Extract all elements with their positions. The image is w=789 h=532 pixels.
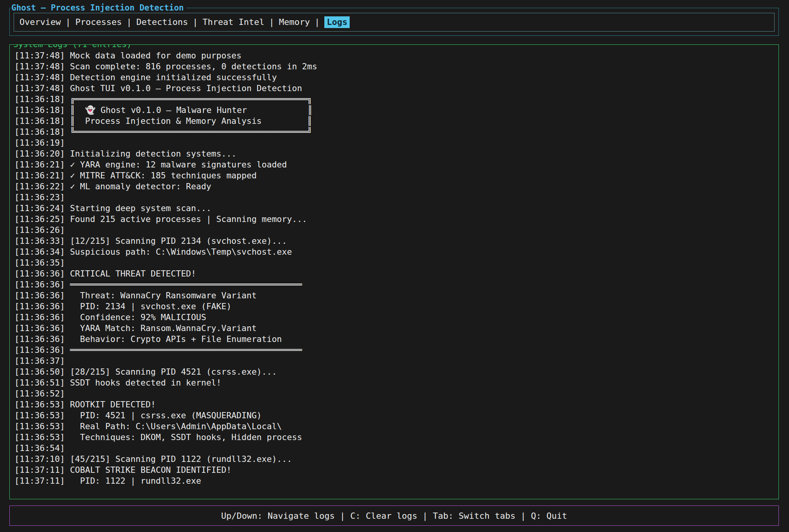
log-line: [11:36:18] ╚════════════════════════════… [14, 127, 775, 137]
tab-memory[interactable]: Memory [279, 16, 310, 28]
log-message: Detection engine initialized successfull… [65, 72, 277, 82]
log-timestamp: [11:36:18] [14, 116, 65, 126]
log-message [65, 443, 70, 453]
tab-separator: | [61, 16, 75, 28]
log-message: PID: 2134 | svchost.exe (FAKE) [65, 301, 231, 311]
log-line: [11:36:36] CRITICAL THREAT DETECTED! [14, 268, 775, 279]
log-line: [11:36:18] ║ Process Injection & Memory … [14, 116, 775, 127]
log-line: [11:36:36] ═════════════════════════════… [14, 345, 775, 356]
log-timestamp: [11:36:51] [14, 378, 65, 388]
log-timestamp: [11:36:18] [14, 105, 65, 115]
log-line: [11:37:11] COBALT STRIKE BEACON IDENTIFI… [14, 465, 775, 476]
log-message [65, 389, 70, 398]
log-message: PID: 4521 | csrss.exe (MASQUERADING) [65, 410, 262, 420]
log-line: [11:37:11] PID: 1122 | rundll32.exe [14, 476, 775, 486]
log-timestamp: [11:37:48] [14, 51, 65, 60]
log-line: [11:36:36] ═════════════════════════════… [14, 279, 775, 290]
log-line: [11:37:48] Ghost TUI v0.1.0 — Process In… [14, 83, 775, 94]
log-timestamp: [11:36:25] [14, 214, 65, 224]
log-message: ════════════════════════════════════════… [65, 280, 302, 289]
log-line: [11:36:22] ✓ ML anomaly detector: Ready [14, 181, 775, 192]
tab-separator: | [188, 16, 202, 28]
log-timestamp: [11:36:53] [14, 400, 65, 409]
log-line: [11:36:51] SSDT hooks detected in kernel… [14, 377, 775, 388]
log-message: ║ Process Injection & Memory Analysis ║ [65, 116, 312, 126]
log-message: CRITICAL THREAT DETECTED! [65, 269, 196, 278]
log-timestamp: [11:36:37] [14, 356, 65, 366]
log-message: Behavior: Crypto APIs + File Enumeration [65, 334, 282, 344]
log-line: [11:36:36] Confidence: 92% MALICIOUS [14, 312, 775, 323]
log-message: SSDT hooks detected in kernel! [65, 378, 221, 388]
tab-processes[interactable]: Processes [75, 16, 122, 28]
log-timestamp: [11:36:53] [14, 421, 65, 431]
log-timestamp: [11:36:52] [14, 389, 65, 398]
log-line: [11:36:21] ✓ YARA engine: 12 malware sig… [14, 159, 775, 170]
logs-panel-title: System Logs (71 entries) [11, 44, 133, 49]
log-timestamp: [11:36:36] [14, 280, 65, 289]
tab-separator: | [122, 16, 136, 28]
app-title: Ghost — Process Injection Detection [11, 3, 186, 13]
log-line: [11:36:54] [14, 443, 775, 454]
log-timestamp: [11:36:36] [14, 269, 65, 278]
log-timestamp: [11:36:22] [14, 181, 65, 191]
log-line: [11:36:35] [14, 257, 775, 268]
log-line: [11:36:18] ║ 👻 Ghost v0.1.0 — Malware Hu… [14, 105, 775, 116]
log-line: [11:36:52] [14, 388, 775, 399]
log-line: [11:36:53] ROOTKIT DETECTED! [14, 399, 775, 410]
log-line: [11:36:36] YARA Match: Ransom.WannaCry.V… [14, 323, 775, 334]
log-timestamp: [11:36:54] [14, 443, 65, 453]
log-message: Mock data loaded for demo purposes [65, 51, 241, 60]
log-line: [11:36:33] [12/215] Scanning PID 2134 (s… [14, 236, 775, 247]
log-line: [11:36:36] Behavior: Crypto APIs + File … [14, 334, 775, 345]
tab-separator: | [264, 16, 279, 28]
log-message: ✓ MITRE ATT&CK: 185 techniques mapped [65, 171, 257, 180]
log-timestamp: [11:36:24] [14, 203, 65, 213]
log-message: Starting deep system scan... [65, 203, 211, 213]
log-timestamp: [11:37:11] [14, 476, 65, 486]
tab-threat-intel[interactable]: Threat Intel [202, 16, 264, 28]
log-message: PID: 1122 | rundll32.exe [65, 476, 201, 486]
log-message [65, 225, 70, 235]
log-message: ROOTKIT DETECTED! [65, 400, 156, 409]
log-line: [11:36:18] ╔════════════════════════════… [14, 94, 775, 105]
log-timestamp: [11:36:36] [14, 312, 65, 322]
log-line: [11:36:23] [14, 192, 775, 203]
header-panel: Ghost — Process Injection Detection Over… [9, 8, 779, 36]
tab-bar: Overview|Processes|Detections|Threat Int… [14, 13, 775, 32]
log-timestamp: [11:36:36] [14, 345, 65, 355]
log-timestamp: [11:37:11] [14, 465, 65, 475]
log-line: [11:36:24] Starting deep system scan... [14, 203, 775, 214]
log-timestamp: [11:36:21] [14, 171, 65, 180]
log-timestamp: [11:36:18] [14, 94, 65, 104]
log-message: [12/215] Scanning PID 2134 (svchost.exe)… [65, 236, 287, 246]
log-message: [28/215] Scanning PID 4521 (csrss.exe)..… [65, 367, 277, 377]
tab-detections[interactable]: Detections [136, 16, 188, 28]
log-timestamp: [11:36:33] [14, 236, 65, 246]
log-message: ║ 👻 Ghost v0.1.0 — Malware Hunter ║ [65, 105, 312, 115]
log-message: Real Path: C:\Users\Admin\AppData\Local\ [65, 421, 282, 431]
log-message: Techniques: DKOM, SSDT hooks, Hidden pro… [65, 432, 302, 442]
log-line: [11:36:19] [14, 137, 775, 148]
log-message: COBALT STRIKE BEACON IDENTIFIED! [65, 465, 231, 475]
log-line: [11:37:10] [45/215] Scanning PID 1122 (r… [14, 454, 775, 465]
tab-overview[interactable]: Overview [19, 16, 61, 28]
log-line: [11:36:53] Techniques: DKOM, SSDT hooks,… [14, 432, 775, 443]
log-timestamp: [11:37:48] [14, 83, 65, 93]
log-timestamp: [11:36:36] [14, 323, 65, 333]
help-text: Up/Down: Navigate logs | C: Clear logs |… [221, 511, 567, 521]
log-timestamp: [11:36:53] [14, 432, 65, 442]
log-line: [11:36:50] [28/215] Scanning PID 4521 (c… [14, 366, 775, 377]
log-timestamp: [11:37:48] [14, 72, 65, 82]
log-list[interactable]: [11:37:48] Mock data loaded for demo pur… [14, 50, 775, 496]
log-message: Suspicious path: C:\Windows\Temp\svchost… [65, 247, 292, 257]
help-bar: Up/Down: Navigate logs | C: Clear logs |… [9, 506, 779, 526]
log-line: [11:37:48] Detection engine initialized … [14, 72, 775, 83]
log-line: [11:36:21] ✓ MITRE ATT&CK: 185 technique… [14, 170, 775, 181]
log-message: Threat: WannaCry Ransomware Variant [65, 291, 257, 300]
log-message: [45/215] Scanning PID 1122 (rundll32.exe… [65, 454, 292, 464]
log-message: Found 215 active processes | Scanning me… [65, 214, 307, 224]
tab-logs[interactable]: Logs [324, 16, 350, 28]
log-line: [11:36:26] [14, 225, 775, 236]
log-message: YARA Match: Ransom.WannaCry.Variant [65, 323, 257, 333]
log-line: [11:36:34] Suspicious path: C:\Windows\T… [14, 247, 775, 257]
